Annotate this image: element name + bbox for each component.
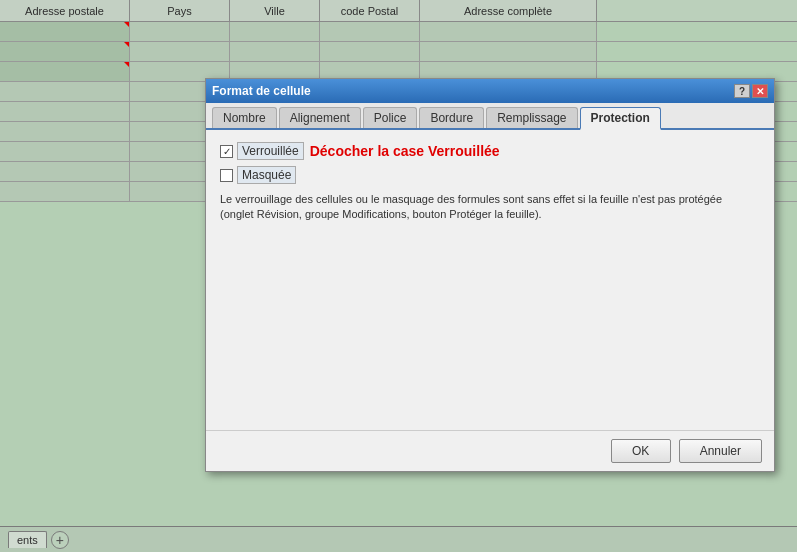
dialog-titlebar: Format de cellule ? ✕ xyxy=(206,79,774,103)
masquee-label: Masquée xyxy=(237,166,296,184)
tab-nombre[interactable]: Nombre xyxy=(212,107,277,128)
masquee-checkbox[interactable] xyxy=(220,169,233,182)
titlebar-buttons: ? ✕ xyxy=(734,84,768,98)
tab-protection[interactable]: Protection xyxy=(580,107,661,130)
cancel-button[interactable]: Annuler xyxy=(679,439,762,463)
verrouilee-label: Verrouillée xyxy=(237,142,304,160)
dialog-title: Format de cellule xyxy=(212,84,311,98)
masquee-row: Masquée xyxy=(220,166,760,184)
verrouilee-checkbox[interactable]: ✓ xyxy=(220,145,233,158)
dialog-footer: OK Annuler xyxy=(206,430,774,471)
dialog-content: ✓ Verrouillée Décocher la case Verrouill… xyxy=(206,130,774,430)
close-button[interactable]: ✕ xyxy=(752,84,768,98)
instruction-text: Décocher la case Verrouillée xyxy=(310,143,500,159)
format-cellule-dialog: Format de cellule ? ✕ Nombre Alignement … xyxy=(205,78,775,472)
tab-police[interactable]: Police xyxy=(363,107,418,128)
tab-remplissage[interactable]: Remplissage xyxy=(486,107,577,128)
help-button[interactable]: ? xyxy=(734,84,750,98)
ok-button[interactable]: OK xyxy=(611,439,671,463)
tab-alignement[interactable]: Alignement xyxy=(279,107,361,128)
description-text: Le verrouillage des cellules ou le masqu… xyxy=(220,192,760,223)
tab-bordure[interactable]: Bordure xyxy=(419,107,484,128)
tab-strip: Nombre Alignement Police Bordure Remplis… xyxy=(206,103,774,130)
